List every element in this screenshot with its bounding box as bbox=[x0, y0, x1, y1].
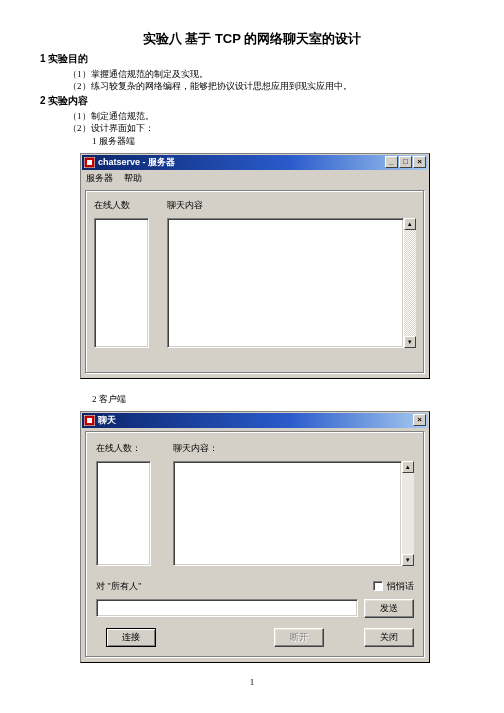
server-title-text: chatserve - 服务器 bbox=[98, 156, 175, 169]
client-titlebar: 聊天 × bbox=[82, 413, 428, 428]
app-icon bbox=[84, 157, 95, 168]
section-2-heading: 2 实验内容 bbox=[40, 94, 464, 108]
server-online-label: 在线人数 bbox=[94, 199, 149, 212]
subsection-1-heading: 1 服务器端 bbox=[92, 135, 464, 147]
whisper-checkbox[interactable] bbox=[373, 581, 383, 591]
scroll-down-icon[interactable]: ▾ bbox=[402, 554, 414, 566]
client-content-label: 聊天内容： bbox=[173, 442, 414, 455]
send-button[interactable]: 发送 bbox=[364, 599, 414, 618]
minimize-button[interactable]: _ bbox=[385, 156, 398, 168]
menu-server[interactable]: 服务器 bbox=[86, 173, 113, 183]
svg-rect-1 bbox=[87, 160, 92, 165]
client-chat-scrollbar[interactable]: ▴ ▾ bbox=[402, 461, 414, 566]
section-2-item-1: （1）制定通信规范。 bbox=[68, 110, 464, 122]
close-button[interactable]: × bbox=[413, 156, 426, 168]
server-window: chatserve - 服务器 _ □ × 服务器 帮助 在线人数 聊天内容 bbox=[80, 153, 430, 379]
section-1-item-2: （2）练习较复杂的网络编程，能够把协议设计思想应用到现实应用中。 bbox=[68, 80, 464, 92]
whisper-label: 悄悄话 bbox=[387, 580, 414, 593]
client-window: 聊天 × 在线人数： 聊天内容： ▴ bbox=[80, 411, 430, 663]
subsection-2-heading: 2 客户端 bbox=[92, 393, 464, 405]
maximize-button[interactable]: □ bbox=[399, 156, 412, 168]
section-1-item-1: （1）掌握通信规范的制定及实现。 bbox=[68, 68, 464, 80]
scroll-up-icon[interactable]: ▴ bbox=[404, 218, 416, 230]
page-number: 1 bbox=[40, 677, 464, 687]
close-button[interactable]: × bbox=[413, 414, 426, 426]
client-title-text: 聊天 bbox=[98, 414, 116, 427]
server-online-listbox[interactable] bbox=[94, 218, 149, 348]
to-label: 对 "所有人" bbox=[96, 580, 142, 593]
scroll-down-icon[interactable]: ▾ bbox=[404, 336, 416, 348]
svg-rect-3 bbox=[87, 418, 92, 423]
server-chat-textarea[interactable] bbox=[167, 218, 404, 348]
section-1-heading: 1 实验目的 bbox=[40, 52, 464, 66]
section-2-item-2: （2）设计界面如下： bbox=[68, 122, 464, 134]
server-chat-scrollbar[interactable]: ▴ ▾ bbox=[404, 218, 416, 348]
client-online-label: 在线人数： bbox=[96, 442, 151, 455]
disconnect-button[interactable]: 断开 bbox=[274, 628, 324, 647]
server-content-label: 聊天内容 bbox=[167, 199, 416, 212]
scroll-up-icon[interactable]: ▴ bbox=[402, 461, 414, 473]
menu-help[interactable]: 帮助 bbox=[124, 173, 142, 183]
server-menubar: 服务器 帮助 bbox=[82, 170, 428, 187]
server-titlebar: chatserve - 服务器 _ □ × bbox=[82, 155, 428, 170]
close-window-button[interactable]: 关闭 bbox=[364, 628, 414, 647]
app-icon bbox=[84, 415, 95, 426]
connect-button[interactable]: 连接 bbox=[106, 628, 156, 647]
client-online-listbox[interactable] bbox=[96, 461, 151, 566]
doc-title: 实验八 基于 TCP 的网络聊天室的设计 bbox=[40, 30, 464, 48]
client-chat-textarea[interactable] bbox=[173, 461, 402, 566]
message-input[interactable] bbox=[96, 599, 358, 617]
